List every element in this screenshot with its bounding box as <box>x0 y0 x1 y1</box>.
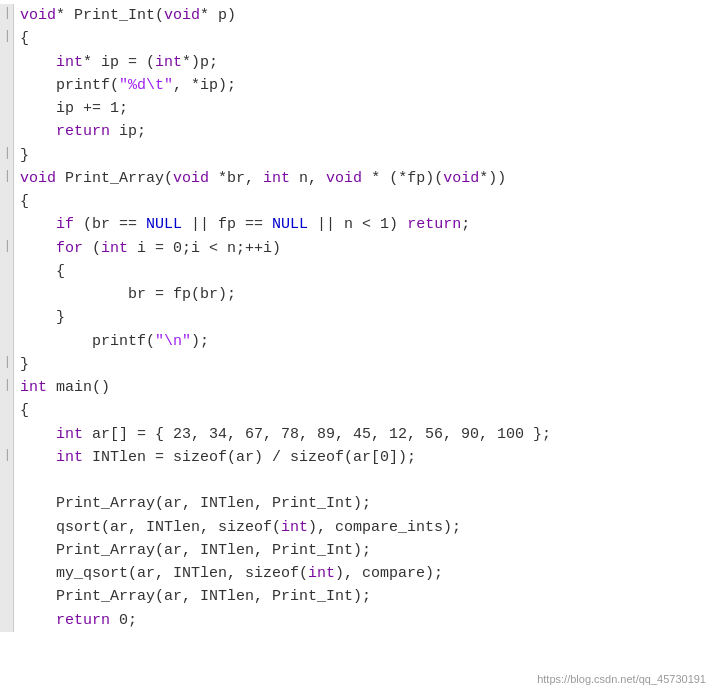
code-text-19: int ar[] = { 23, 34, 67, 78, 89, 45, 12,… <box>14 423 714 446</box>
gutter-6 <box>0 120 14 143</box>
code-line-6: return ip; <box>0 120 714 143</box>
code-container: | void* Print_Int(void* p) | { int* ip =… <box>0 0 714 696</box>
code-text-20: int INTlen = sizeof(ar) / sizeof(ar[0]); <box>14 446 714 469</box>
code-text-4: printf("%d\t", *ip); <box>14 74 714 97</box>
code-text-25: my_qsort(ar, INTlen, sizeof(int), compar… <box>14 562 714 585</box>
gutter-8: | <box>0 167 14 190</box>
code-line-14: } <box>0 306 714 329</box>
gutter-17: | <box>0 376 14 399</box>
gutter-13 <box>0 283 14 306</box>
code-text-2: { <box>14 27 714 50</box>
code-line-9: { <box>0 190 714 213</box>
code-line-1: | void* Print_Int(void* p) <box>0 4 714 27</box>
code-text-27: return 0; <box>14 609 714 632</box>
code-line-13: br = fp(br); <box>0 283 714 306</box>
code-text-13: br = fp(br); <box>14 283 714 306</box>
gutter-15 <box>0 330 14 353</box>
gutter-26 <box>0 585 14 608</box>
code-line-4: printf("%d\t", *ip); <box>0 74 714 97</box>
code-line-8: | void Print_Array(void *br, int n, void… <box>0 167 714 190</box>
code-line-17: | int main() <box>0 376 714 399</box>
code-text-10: if (br == NULL || fp == NULL || n < 1) r… <box>14 213 714 236</box>
code-line-15: printf("\n"); <box>0 330 714 353</box>
code-text-24: Print_Array(ar, INTlen, Print_Int); <box>14 539 714 562</box>
gutter-12 <box>0 260 14 283</box>
gutter-18 <box>0 399 14 422</box>
gutter-4 <box>0 74 14 97</box>
code-line-22: Print_Array(ar, INTlen, Print_Int); <box>0 492 714 515</box>
code-text-11: for (int i = 0;i < n;++i) <box>14 237 714 260</box>
gutter-7: | <box>0 144 14 167</box>
code-line-7: | } <box>0 144 714 167</box>
code-text-17: int main() <box>14 376 714 399</box>
code-text-16: } <box>14 353 714 376</box>
code-text-15: printf("\n"); <box>14 330 714 353</box>
gutter-16: | <box>0 353 14 376</box>
gutter-24 <box>0 539 14 562</box>
gutter-20: | <box>0 446 14 469</box>
code-text-6: return ip; <box>14 120 714 143</box>
code-line-23: qsort(ar, INTlen, sizeof(int), compare_i… <box>0 516 714 539</box>
code-text-3: int* ip = (int*)p; <box>14 51 714 74</box>
code-text-7: } <box>14 144 714 167</box>
code-line-3: int* ip = (int*)p; <box>0 51 714 74</box>
gutter-21 <box>0 469 14 492</box>
code-line-18: { <box>0 399 714 422</box>
code-text-8: void Print_Array(void *br, int n, void *… <box>14 167 714 190</box>
code-line-10: if (br == NULL || fp == NULL || n < 1) r… <box>0 213 714 236</box>
code-line-20: | int INTlen = sizeof(ar) / sizeof(ar[0]… <box>0 446 714 469</box>
gutter-19 <box>0 423 14 446</box>
gutter-27 <box>0 609 14 632</box>
gutter-25 <box>0 562 14 585</box>
code-line-11: | for (int i = 0;i < n;++i) <box>0 237 714 260</box>
gutter-1: | <box>0 4 14 27</box>
code-text-23: qsort(ar, INTlen, sizeof(int), compare_i… <box>14 516 714 539</box>
code-text-9: { <box>14 190 714 213</box>
code-line-19: int ar[] = { 23, 34, 67, 78, 89, 45, 12,… <box>0 423 714 446</box>
gutter-23 <box>0 516 14 539</box>
code-line-5: ip += 1; <box>0 97 714 120</box>
gutter-11: | <box>0 237 14 260</box>
code-line-24: Print_Array(ar, INTlen, Print_Int); <box>0 539 714 562</box>
gutter-10 <box>0 213 14 236</box>
gutter-22 <box>0 492 14 515</box>
code-line-25: my_qsort(ar, INTlen, sizeof(int), compar… <box>0 562 714 585</box>
code-text-22: Print_Array(ar, INTlen, Print_Int); <box>14 492 714 515</box>
gutter-5 <box>0 97 14 120</box>
code-line-21 <box>0 469 714 492</box>
gutter-2: | <box>0 27 14 50</box>
gutter-3 <box>0 51 14 74</box>
code-line-16: | } <box>0 353 714 376</box>
code-line-27: return 0; <box>0 609 714 632</box>
code-line-2: | { <box>0 27 714 50</box>
code-text-18: { <box>14 399 714 422</box>
code-text-5: ip += 1; <box>14 97 714 120</box>
code-text-12: { <box>14 260 714 283</box>
code-text-26: Print_Array(ar, INTlen, Print_Int); <box>14 585 714 608</box>
gutter-9 <box>0 190 14 213</box>
code-line-26: Print_Array(ar, INTlen, Print_Int); <box>0 585 714 608</box>
code-text-14: } <box>14 306 714 329</box>
watermark: https://blog.csdn.net/qq_45730191 <box>537 671 706 688</box>
gutter-14 <box>0 306 14 329</box>
code-line-12: { <box>0 260 714 283</box>
code-text-21 <box>14 469 714 492</box>
code-text-1: void* Print_Int(void* p) <box>14 4 714 27</box>
